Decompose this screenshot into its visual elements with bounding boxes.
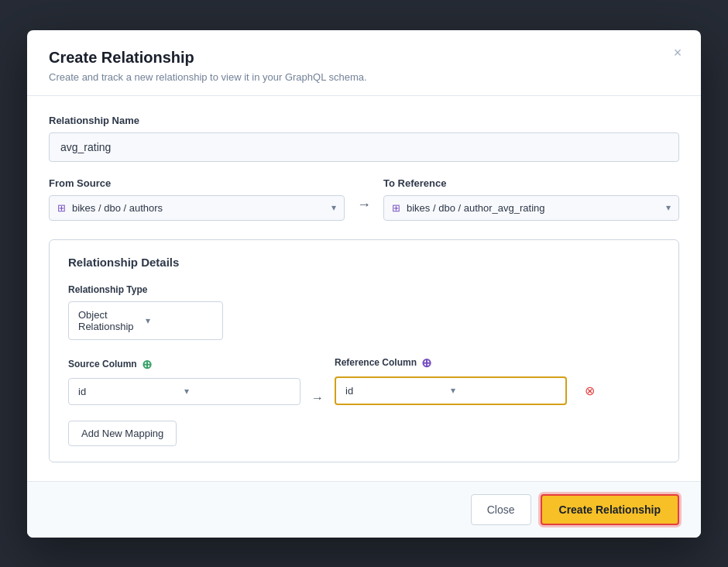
from-source-select[interactable]: ⊞ bikes / dbo / authors ▾ bbox=[49, 195, 345, 221]
arrow-right-icon: → bbox=[357, 197, 371, 221]
reference-column-label: Reference Column ⊕ bbox=[335, 356, 567, 370]
create-relationship-modal: Create Relationship Create and track a n… bbox=[27, 30, 701, 538]
mapping-arrow-icon: → bbox=[311, 391, 324, 405]
from-source-block: From Source ⊞ bikes / dbo / authors ▾ bbox=[49, 177, 345, 221]
relationship-name-field: Relationship Name bbox=[49, 115, 679, 162]
modal-close-button[interactable]: × bbox=[667, 43, 689, 64]
relationship-type-label: Relationship Type bbox=[68, 284, 660, 295]
source-column-label: Source Column ⊕ bbox=[68, 357, 300, 372]
modal-overlay: Create Relationship Create and track a n… bbox=[0, 0, 728, 567]
modal-body: Relationship Name From Source ⊞ bikes / … bbox=[27, 96, 701, 481]
to-reference-value: bikes / dbo / author_avg_rating bbox=[407, 202, 666, 214]
add-source-column-icon[interactable]: ⊕ bbox=[142, 357, 152, 372]
relationship-details-title: Relationship Details bbox=[68, 256, 660, 269]
relationship-type-field: Relationship Type Object Relationship ▾ bbox=[68, 284, 660, 340]
modal-subtitle: Create and track a new relationship to v… bbox=[49, 71, 679, 83]
source-column-label-text: Source Column bbox=[68, 359, 137, 369]
columns-mapping-row: Source Column ⊕ id ▾ → Reference Colum bbox=[68, 356, 660, 405]
chevron-down-icon-type: ▾ bbox=[146, 315, 213, 326]
chevron-down-icon-source-col: ▾ bbox=[184, 386, 290, 397]
source-column-block: Source Column ⊕ id ▾ bbox=[68, 357, 300, 405]
reference-column-block: Reference Column ⊕ id ▾ bbox=[335, 356, 567, 405]
modal-footer: Close Create Relationship bbox=[27, 481, 701, 538]
to-reference-select[interactable]: ⊞ bikes / dbo / author_avg_rating ▾ bbox=[383, 195, 679, 221]
from-source-value: bikes / dbo / authors bbox=[72, 202, 331, 214]
chevron-down-icon: ▾ bbox=[331, 202, 336, 213]
relationship-type-select[interactable]: Object Relationship ▾ bbox=[68, 301, 223, 340]
table-icon-source: ⊞ bbox=[57, 202, 66, 214]
modal-header: Create Relationship Create and track a n… bbox=[27, 30, 701, 96]
relationship-name-label: Relationship Name bbox=[49, 115, 679, 126]
create-relationship-button[interactable]: Create Relationship bbox=[541, 494, 679, 525]
source-column-value: id bbox=[78, 386, 184, 397]
relationship-name-input[interactable] bbox=[49, 132, 679, 162]
source-reference-row: From Source ⊞ bikes / dbo / authors ▾ → … bbox=[49, 177, 679, 221]
relationship-type-value: Object Relationship bbox=[78, 309, 146, 332]
chevron-down-icon-ref: ▾ bbox=[666, 202, 671, 213]
from-source-label: From Source bbox=[49, 177, 345, 189]
table-icon-ref: ⊞ bbox=[392, 202, 400, 214]
modal-title: Create Relationship bbox=[49, 49, 679, 67]
add-reference-column-icon[interactable]: ⊕ bbox=[421, 356, 431, 370]
reference-column-value: id bbox=[345, 385, 451, 397]
to-reference-block: To Reference ⊞ bikes / dbo / author_avg_… bbox=[383, 177, 679, 221]
source-column-select[interactable]: id ▾ bbox=[68, 378, 300, 405]
clear-mapping-button[interactable]: ⊗ bbox=[578, 377, 601, 405]
close-button[interactable]: Close bbox=[471, 494, 531, 525]
relationship-details-section: Relationship Details Relationship Type O… bbox=[49, 239, 679, 462]
reference-column-label-text: Reference Column bbox=[335, 357, 417, 368]
chevron-down-icon-ref-col: ▾ bbox=[451, 385, 556, 396]
reference-column-select[interactable]: id ▾ bbox=[335, 376, 567, 405]
add-new-mapping-button[interactable]: Add New Mapping bbox=[68, 421, 177, 446]
to-reference-label: To Reference bbox=[383, 177, 679, 189]
